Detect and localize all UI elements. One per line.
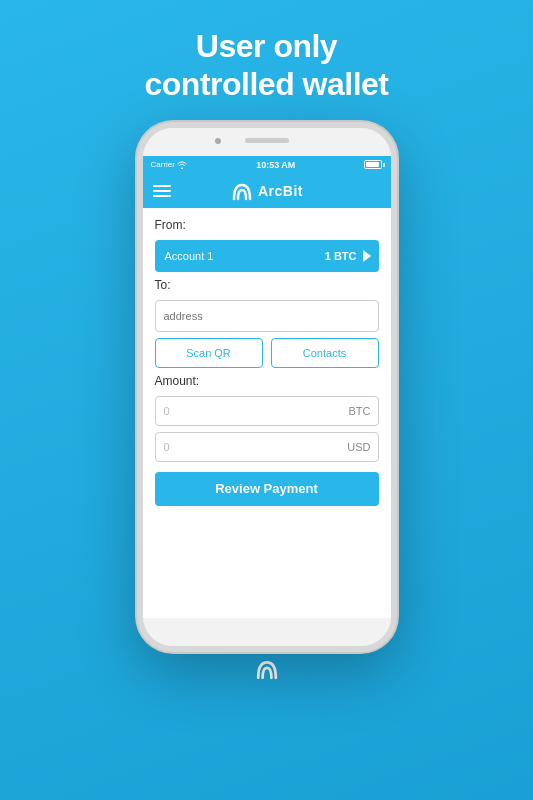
amount-label: Amount: [155,374,379,388]
app-logo: ArcBit [171,181,363,201]
page-title: User only controlled wallet [145,28,389,104]
to-label: To: [155,278,379,292]
hamburger-line-3 [153,195,171,197]
from-account-name: Account 1 [165,250,325,262]
review-payment-button[interactable]: Review Payment [155,472,379,506]
hamburger-line-2 [153,190,171,192]
usd-amount-input[interactable] [155,432,379,462]
usd-currency-label: USD [347,441,370,453]
to-address-input[interactable] [155,300,379,332]
wifi-icon [177,161,187,169]
from-account-row[interactable]: Account 1 1 BTC [155,240,379,272]
bottom-logo-icon [252,658,282,680]
hamburger-menu-icon[interactable] [153,185,171,197]
btc-amount-input[interactable] [155,396,379,426]
action-row: Scan QR Contacts [155,338,379,368]
camera-dot [215,138,221,144]
bottom-peek [137,658,397,680]
speaker [245,138,289,143]
btc-currency-label: BTC [349,405,371,417]
chevron-right-icon [363,250,371,262]
carrier-label: Carrier [151,160,187,169]
status-bar: Carrier 10:53 AM [143,156,391,174]
app-logo-text: ArcBit [258,183,303,199]
scan-qr-button[interactable]: Scan QR [155,338,263,368]
hamburger-line-1 [153,185,171,187]
status-right [364,160,382,169]
from-label: From: [155,218,379,232]
contacts-button[interactable]: Contacts [271,338,379,368]
usd-amount-wrap: USD [155,432,379,462]
btc-amount-wrap: BTC [155,396,379,426]
phone-bottom [143,618,391,646]
status-time: 10:53 AM [256,160,295,170]
form-content: From: Account 1 1 BTC To: Scan QR Contac… [143,208,391,618]
from-account-amount: 1 BTC [325,250,357,262]
battery-icon [364,160,382,169]
phone-mockup: Carrier 10:53 AM Ar [137,122,397,652]
phone-top [143,128,391,156]
arcbit-logo-icon [230,181,254,201]
battery-fill [366,162,379,167]
nav-bar: ArcBit [143,174,391,208]
